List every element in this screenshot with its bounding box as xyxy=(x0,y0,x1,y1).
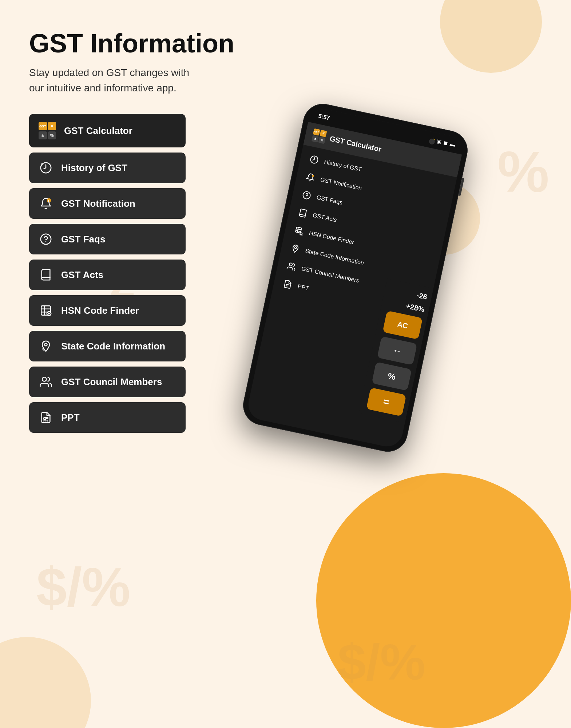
menu-item-state-code[interactable]: State Code Information xyxy=(29,331,186,361)
phone-faq-icon xyxy=(301,189,313,201)
menu-label-history: History of GST xyxy=(61,162,127,174)
people-icon xyxy=(38,374,54,390)
menu-label-gst-calculator: GST Calculator xyxy=(64,125,132,136)
svg-point-29 xyxy=(289,263,292,266)
menu-item-history-gst[interactable]: History of GST xyxy=(29,153,186,183)
calc-btn-back[interactable]: ← xyxy=(377,336,417,365)
svg-point-12 xyxy=(44,343,47,346)
svg-line-30 xyxy=(286,284,289,285)
menu-item-council-members[interactable]: GST Council Members xyxy=(29,367,186,397)
phone-menu-label-ppt: PPT xyxy=(297,283,309,292)
phone-side-button xyxy=(458,178,464,196)
menu-list: GST ✕ ± % GST Calculator Hi xyxy=(29,114,186,433)
phone-bell-icon xyxy=(304,171,316,183)
calc-display-1: -26 xyxy=(416,291,428,302)
svg-point-3 xyxy=(41,234,51,244)
phone-book-icon xyxy=(297,207,309,219)
svg-point-28 xyxy=(294,246,297,249)
faq-icon xyxy=(38,231,54,247)
hsn-icon xyxy=(38,302,54,318)
history-icon xyxy=(38,160,54,176)
phone-history-icon xyxy=(308,154,320,166)
ppt-icon: PPT xyxy=(38,410,54,426)
watermark-3: $/% xyxy=(36,556,130,619)
calc-btn-percent[interactable]: % xyxy=(372,362,412,391)
main-layout: GST ✕ ± % GST Calculator Hi xyxy=(29,114,542,445)
menu-label-notification: GST Notification xyxy=(61,198,135,209)
phone-wrapper: 5:57 🌙 ▣ ◼ ▬ GST xyxy=(239,100,471,455)
menu-item-gst-faqs[interactable]: GST Faqs xyxy=(29,224,186,254)
svg-point-19 xyxy=(312,174,314,177)
calc-btn-ac[interactable]: AC xyxy=(382,310,423,339)
phone-menu-label-notification: GST Notification xyxy=(320,177,362,192)
menu-label-ppt: PPT xyxy=(61,412,80,423)
page-subtitle: Stay updated on GST changes with our int… xyxy=(29,65,204,96)
svg-line-24 xyxy=(296,231,301,232)
bell-icon: ! xyxy=(38,195,54,211)
book-icon xyxy=(38,267,54,283)
phone-people-icon xyxy=(285,261,297,273)
menu-label-council: GST Council Members xyxy=(61,376,162,388)
svg-line-31 xyxy=(286,286,287,286)
calc-display-2: +28% xyxy=(405,302,425,314)
phone-mockup-container: 5:57 🌙 ▣ ◼ ▬ GST xyxy=(207,107,542,445)
menu-item-gst-calculator[interactable]: GST ✕ ± % GST Calculator xyxy=(29,114,186,147)
phone-app-icon: GST ✕ ± % xyxy=(311,128,327,144)
map-pin-icon xyxy=(38,338,54,354)
svg-text:PPT: PPT xyxy=(43,420,48,423)
menu-label-acts: GST Acts xyxy=(61,269,103,281)
menu-item-gst-acts[interactable]: GST Acts xyxy=(29,260,186,290)
svg-line-25 xyxy=(297,228,298,233)
status-battery-icon: ▬ xyxy=(449,141,455,148)
menu-label-faqs: GST Faqs xyxy=(61,234,105,245)
menu-item-ppt[interactable]: PPT PPT xyxy=(29,402,186,433)
svg-point-13 xyxy=(42,377,46,381)
phone-menu-label-history: History of GST xyxy=(323,159,362,173)
phone-hsn-icon xyxy=(293,225,305,237)
menu-item-gst-notification[interactable]: ! GST Notification xyxy=(29,188,186,219)
phone-menu-label-acts: GST Acts xyxy=(312,212,337,224)
phone-outer: 5:57 🌙 ▣ ◼ ▬ GST xyxy=(239,100,471,455)
page-title: GST Information xyxy=(29,29,542,58)
calc-btn-equals[interactable]: = xyxy=(366,388,406,416)
phone-inner: 5:57 🌙 ▣ ◼ ▬ GST xyxy=(245,106,465,450)
menu-label-hsn: HSN Code Finder xyxy=(61,305,139,316)
phone-menu-label-faqs: GST Faqs xyxy=(316,194,343,206)
phone-menu-label-hsn: HSN Code Finder xyxy=(308,230,354,246)
svg-point-1 xyxy=(47,198,51,202)
bg-decoration-circle-left xyxy=(0,637,91,728)
menu-label-state-code: State Code Information xyxy=(61,341,165,352)
phone-ppt-icon xyxy=(282,278,294,290)
svg-line-23 xyxy=(296,229,301,230)
menu-item-hsn-code[interactable]: HSN Code Finder xyxy=(29,295,186,326)
status-time: 5:57 xyxy=(317,113,330,122)
phone-map-pin-icon xyxy=(289,243,301,255)
phone-app-title: GST Calculator xyxy=(329,134,382,154)
status-wifi-icon: ▣ xyxy=(436,138,442,145)
app-icon: GST ✕ ± % xyxy=(38,121,57,140)
watermark-4: $/% xyxy=(338,633,425,692)
svg-text:!: ! xyxy=(48,200,49,203)
status-signal-icon: ◼ xyxy=(443,140,448,146)
